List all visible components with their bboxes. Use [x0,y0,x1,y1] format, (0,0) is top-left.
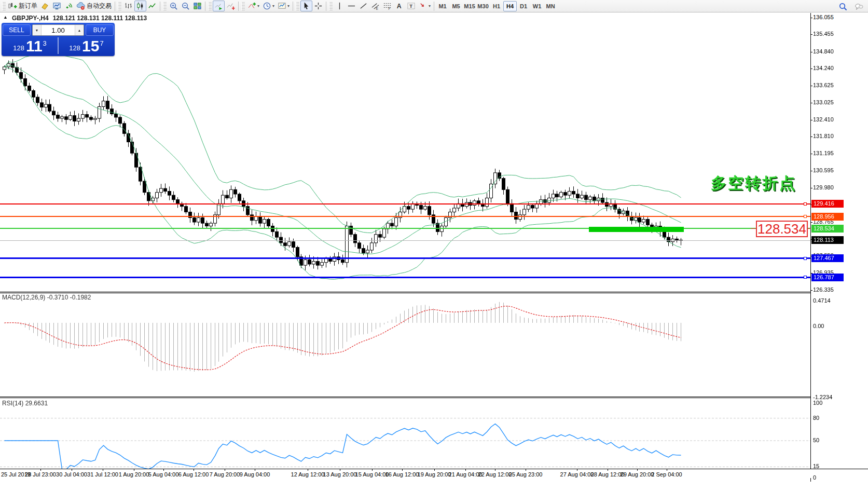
arrows-button[interactable]: ▾ [417,1,432,11]
time-tick-mark [465,469,466,471]
chart-symbol-line: ▲ GBPJPY-,H4 128.121 128.131 128.111 128… [3,15,147,22]
horizontal-level-line[interactable] [0,277,810,278]
bid-price-line [0,240,810,241]
timeframe-m1-button[interactable]: M1 [436,1,449,11]
signals-button[interactable] [63,1,75,11]
dropdown-arrow-icon[interactable]: ▾ [272,4,274,8]
periods-button[interactable]: ▾ [261,1,276,11]
ohlc-values: 128.121 128.131 128.111 128.113 [53,15,147,22]
level-line-handle[interactable] [804,202,807,206]
level-line-handle[interactable] [804,276,807,279]
auto-scroll-button[interactable] [213,1,225,11]
horizontal-level-line[interactable] [0,216,810,217]
svg-text:F: F [388,7,390,10]
buy-price-sup: 7 [100,39,103,47]
rsi-scale-label: 15 [813,463,819,469]
fibonacci-icon: F [383,2,392,10]
collapse-arrow-icon[interactable]: ▲ [3,15,8,22]
price-level-badge: 129.416 [811,200,844,208]
timeframe-m15-button[interactable]: M15 [463,1,476,11]
zoom-in-button[interactable] [168,1,180,11]
price-level-label-box[interactable]: 128.534 [756,221,808,237]
cursor-button[interactable] [300,1,312,11]
horizontal-level-line[interactable] [0,228,810,229]
price-tick-label: 136.055 [813,14,834,20]
dropdown-arrow-icon[interactable]: ▾ [429,4,431,8]
price-level-badge: 128.956 [811,213,844,221]
price-tick-label: 134.240 [813,65,834,71]
level-line-handle[interactable] [804,215,807,218]
time-axis[interactable]: 25 Jul 201928 Jul 23:0030 Jul 04:0031 Ju… [0,469,868,478]
support-zone-rectangle[interactable] [589,227,684,233]
time-tick-mark [526,469,526,471]
crosshair-button[interactable] [312,1,324,11]
time-tick-mark [402,469,403,471]
horizontal-level-line[interactable] [0,203,810,204]
profiles-icon [52,2,61,10]
svg-text:E: E [376,7,378,10]
timeframe-w1-button[interactable]: W1 [530,1,544,11]
timeframe-h1-button[interactable]: H1 [490,1,503,11]
time-axis-label: 31 Jul 12:00 [87,471,118,478]
search-button[interactable] [837,1,849,12]
tile-windows-button[interactable] [191,1,203,11]
horizontal-level-line[interactable] [0,257,810,259]
timeframe-m30-button[interactable]: M30 [476,1,490,11]
price-tick-label: 131.810 [813,133,834,139]
metaeditor-icon [40,2,49,10]
rsi-panel-separator[interactable] [0,397,810,398]
price-tick-mark [810,18,812,18]
indicators-button[interactable]: ▾ [246,1,261,11]
new-order-button[interactable]: 新订单 [7,1,39,11]
chat-button[interactable] [853,1,865,12]
macd-panel-canvas[interactable] [0,294,810,395]
dropdown-arrow-icon[interactable]: ▾ [287,4,290,8]
time-tick-mark [134,469,134,471]
trendline-button[interactable] [357,1,369,11]
volume-increase-button[interactable]: ▲ [75,25,84,35]
time-axis-label: 12 Aug 12:00 [291,471,325,478]
time-axis-label: 2 Sep 04:00 [651,471,682,478]
templates-button[interactable]: ▾ [276,1,291,11]
time-axis-label: 27 Aug 04:00 [560,471,594,478]
rsi-indicator-label: RSI(14) 29.6631 [2,400,48,407]
dropdown-arrow-icon[interactable]: ▾ [257,4,259,8]
profiles-button[interactable] [51,1,63,11]
buy-price-display[interactable]: 128 15 7 [59,36,114,55]
fibonacci-button[interactable]: F [381,1,393,11]
bar-chart-icon [124,2,133,10]
sell-price-display[interactable]: 128 11 3 [3,36,57,55]
sell-price-small: 128 [13,44,24,52]
time-tick-mark [308,469,308,471]
autotrading-button[interactable]: 自动交易 [75,1,113,11]
timeframe-h4-button[interactable]: H4 [503,1,517,11]
main-chart-canvas[interactable] [0,13,810,291]
timeframe-d1-button[interactable]: D1 [517,1,530,11]
macd-panel-separator[interactable] [0,292,810,293]
text-button[interactable]: A [393,1,405,11]
time-tick-mark [163,469,164,471]
chart-shift-button[interactable] [225,1,237,11]
level-line-handle[interactable] [804,257,807,260]
sell-button[interactable]: SELL [3,24,31,36]
buy-button[interactable]: BUY [86,24,114,36]
time-axis-label: 21 Aug 04:00 [449,471,483,478]
bar-chart-button[interactable] [122,1,134,11]
text-label-button[interactable]: T [405,1,417,11]
line-chart-icon [148,2,157,10]
metaeditor-button[interactable] [39,1,51,11]
volume-input[interactable]: 1.00 [42,25,75,35]
timeframe-m5-button[interactable]: M5 [449,1,463,11]
line-chart-button[interactable] [146,1,158,11]
zoom-out-button[interactable] [180,1,191,11]
zoom-out-icon [181,2,190,10]
timeframe-mn-button[interactable]: MN [544,1,557,11]
horizontal-line-button[interactable] [346,1,357,11]
toolbar-grip [241,2,245,10]
vertical-line-button[interactable] [334,1,346,11]
rsi-scale-label: 0 [813,474,816,481]
equidistant-channel-button[interactable]: E [369,1,381,11]
candlestick-button[interactable] [134,1,146,11]
equidistant-channel-icon: E [371,2,380,10]
volume-decrease-button[interactable]: ▼ [33,25,42,35]
